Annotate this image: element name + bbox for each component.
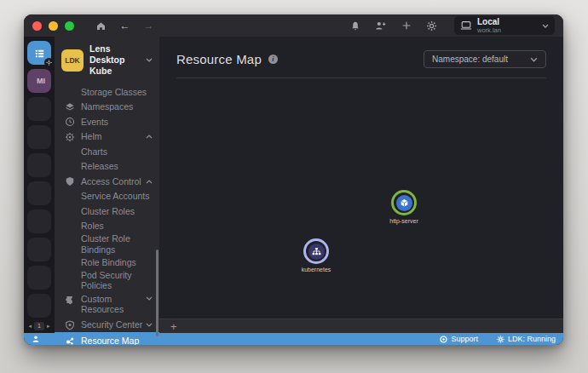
forward-icon[interactable]: → [142, 20, 155, 32]
sidebar-item-roles[interactable]: Roles [55, 219, 159, 234]
extension-status[interactable]: LDK: Running [497, 335, 556, 343]
user-icon[interactable] [32, 335, 40, 343]
sidebar-item-role-bindings[interactable]: Role Bindings [55, 255, 159, 270]
chevron-down-icon [146, 296, 153, 301]
catalog-list-icon [33, 47, 46, 60]
chevron-down-icon [146, 58, 153, 62]
shield-icon [65, 176, 75, 186]
sidebar-item-cluster-roles[interactable]: Cluster Roles [55, 204, 159, 219]
cluster-placeholder [27, 209, 51, 233]
cluster-selector-subtitle: work.lan [477, 27, 501, 34]
life-ring-icon [440, 336, 447, 343]
bell-icon[interactable] [349, 20, 361, 32]
cluster-selector[interactable]: Local work.lan [454, 16, 555, 35]
info-icon[interactable]: i [268, 55, 278, 64]
page-title: Resource Map [176, 52, 262, 66]
map-node-http-server[interactable]: http-server [377, 190, 431, 224]
pager-next-button[interactable]: ▸ [47, 323, 50, 330]
node-label: http-server [377, 218, 431, 224]
back-icon[interactable]: ← [118, 20, 131, 32]
chevron-down-icon [530, 57, 538, 62]
nav-group: ← → [95, 20, 155, 32]
cluster-placeholder [27, 125, 51, 149]
chevron-up-icon [146, 135, 153, 139]
gear-badge-icon [44, 58, 54, 67]
sidebar-item-helm[interactable]: Helm [55, 129, 159, 145]
cube-icon [396, 195, 412, 211]
gear-icon[interactable] [425, 20, 438, 32]
cluster-placeholder [27, 181, 51, 205]
map-toolbar: + [159, 318, 563, 333]
catalog-button[interactable] [27, 41, 51, 65]
support-link[interactable]: Support [440, 335, 478, 343]
sidebar-item-pod-security-policies[interactable]: Pod Security Policies [55, 270, 159, 291]
pager-page-number: 1 [34, 322, 44, 330]
minimize-window-button[interactable] [49, 21, 58, 31]
chevron-down-icon [542, 24, 549, 28]
window-controls [32, 21, 74, 31]
namespace-select-value: Namespace: default [432, 55, 508, 64]
home-icon[interactable] [95, 20, 107, 32]
add-user-icon[interactable] [374, 20, 387, 32]
sidebar-menu: Storage Classes Namespaces Events [55, 83, 159, 345]
sidebar-item-custom-resources[interactable]: Custom Resources [55, 291, 159, 318]
titlebar: ← → [24, 14, 563, 37]
cluster-name: Lens Desktop Kube [89, 43, 140, 77]
sidebar-item-storage-classes[interactable]: Storage Classes [55, 84, 159, 100]
resource-map-canvas[interactable]: http-server kubernetes [159, 78, 563, 318]
node-label: kubernetes [289, 267, 343, 273]
cluster-icon-mi-label: MI [37, 77, 45, 85]
pager-prev-button[interactable]: ◂ [28, 323, 32, 330]
main-header: Resource Map i Namespace: default [176, 37, 546, 78]
map-node-kubernetes[interactable]: kubernetes [289, 238, 343, 273]
security-shield-icon [65, 320, 75, 330]
service-tree-icon [308, 244, 325, 260]
cluster-selector-title: Local [477, 18, 501, 26]
cluster-selector-text: Local work.lan [477, 18, 501, 34]
sidebar-scrollbar[interactable] [156, 250, 159, 336]
namespace-select[interactable]: Namespace: default [424, 50, 546, 68]
sidebar-item-events[interactable]: Events [55, 114, 159, 129]
sidebar: LDK Lens Desktop Kube Storage Classes [55, 37, 159, 333]
main-panel: Resource Map i Namespace: default [159, 37, 563, 333]
titlebar-actions: Local work.lan [349, 16, 555, 35]
cluster-header[interactable]: LDK Lens Desktop Kube [55, 37, 159, 83]
resource-map-icon [65, 336, 75, 345]
clock-icon [65, 117, 75, 127]
cluster-placeholder [27, 153, 51, 177]
add-node-button[interactable]: + [170, 321, 177, 332]
cluster-placeholder [27, 97, 51, 121]
node-ring [391, 190, 417, 215]
sidebar-item-access-control[interactable]: Access Control [55, 174, 159, 189]
zoom-window-button[interactable] [65, 21, 74, 31]
cluster-placeholder [27, 238, 51, 261]
cluster-avatar: LDK [61, 49, 84, 72]
cluster-icon-mi[interactable]: MI [27, 69, 51, 93]
node-ring [303, 238, 329, 264]
sidebar-item-charts[interactable]: Charts [55, 144, 159, 159]
cluster-rail: MI ◂ 1 ▸ [24, 37, 55, 333]
statusbar-right: Support LDK: Running [440, 335, 556, 343]
chevron-up-icon [146, 180, 153, 184]
plus-icon[interactable] [400, 20, 412, 32]
chevron-down-icon [146, 323, 153, 327]
cluster-placeholder [27, 266, 51, 290]
gear-icon [497, 336, 504, 343]
sidebar-item-releases[interactable]: Releases [55, 159, 159, 175]
lens-window: ← → [24, 14, 563, 345]
desktop-background: ← → [0, 0, 588, 373]
helm-wheel-icon [65, 132, 75, 142]
sidebar-item-service-accounts[interactable]: Service Accounts [55, 189, 159, 204]
sidebar-item-resource-map[interactable]: Resource Map [55, 332, 159, 345]
laptop-icon [460, 20, 472, 31]
cluster-placeholder [27, 294, 51, 318]
rail-pager: ◂ 1 ▸ [28, 322, 49, 330]
content-row: MI ◂ 1 ▸ LDK Lens De [24, 37, 563, 333]
sidebar-item-namespaces[interactable]: Namespaces [55, 100, 159, 115]
close-window-button[interactable] [32, 21, 42, 31]
sidebar-item-cluster-role-bindings[interactable]: Cluster Role Bindings [55, 233, 159, 255]
layers-icon [65, 102, 75, 112]
sidebar-item-security-center[interactable]: Security Center [55, 318, 159, 333]
puzzle-icon [65, 295, 75, 305]
